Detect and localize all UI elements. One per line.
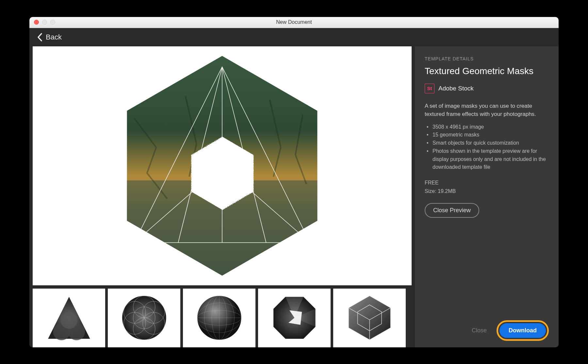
chevron-left-icon — [37, 33, 42, 41]
provider-name: Adobe Stock — [438, 85, 474, 92]
hero-hexagon-mask-icon — [80, 52, 364, 279]
circle-flower-mask-icon — [113, 293, 175, 343]
template-features-list: 3508 x 4961 px image 15 geometric masks … — [425, 123, 549, 172]
price-label: FREE — [425, 179, 549, 187]
template-provider: St Adobe Stock — [425, 84, 549, 93]
minimize-window-button[interactable] — [42, 20, 47, 25]
thumbnail-item[interactable] — [333, 289, 406, 347]
window-title: New Document — [276, 19, 312, 25]
thumbnail-item[interactable] — [108, 289, 180, 347]
close-window-button[interactable] — [34, 20, 39, 25]
template-title: Textured Geometric Masks — [425, 66, 549, 76]
traffic-lights — [34, 20, 55, 25]
back-label: Back — [46, 33, 62, 41]
svg-point-14 — [60, 312, 77, 329]
download-highlight: Download — [497, 320, 549, 341]
thumbnail-item[interactable] — [33, 289, 105, 347]
triangle-mask-icon — [38, 293, 100, 343]
template-meta: FREE Size: 19.2MB — [425, 179, 549, 195]
adobe-stock-badge-icon: St — [425, 84, 434, 93]
template-details-panel: TEMPLATE DETAILS Textured Geometric Mask… — [415, 46, 559, 347]
close-button[interactable]: Close — [466, 324, 492, 337]
close-preview-button[interactable]: Close Preview — [425, 203, 479, 218]
zoom-window-button[interactable] — [50, 20, 55, 25]
download-button[interactable]: Download — [499, 323, 546, 338]
geodesic-sphere-mask-icon — [188, 293, 250, 343]
toolbar: Back — [29, 28, 559, 46]
template-description: A set of image masks you can use to crea… — [425, 102, 549, 119]
back-button[interactable]: Back — [37, 33, 62, 41]
footer-actions: Close Download — [425, 314, 549, 341]
feature-item: Photos shown in the template preview are… — [427, 147, 549, 171]
thumbnail-item[interactable] — [183, 289, 255, 347]
feature-item: 3508 x 4961 px image — [427, 123, 549, 131]
template-thumbnails — [33, 289, 412, 347]
titlebar: New Document — [29, 17, 559, 28]
thumbnail-item[interactable] — [258, 289, 331, 347]
aperture-octagon-mask-icon — [264, 293, 325, 343]
details-eyebrow: TEMPLATE DETAILS — [425, 56, 549, 61]
hex-cube-mask-icon — [339, 293, 400, 343]
preview-pane — [29, 46, 415, 347]
new-document-window: New Document Back — [29, 17, 559, 347]
feature-item: 15 geometric masks — [427, 131, 549, 139]
template-hero-preview — [33, 46, 412, 285]
content: TEMPLATE DETAILS Textured Geometric Mask… — [29, 46, 559, 347]
feature-item: Smart objects for quick customization — [427, 139, 549, 147]
size-label: Size: 19.2MB — [425, 187, 549, 196]
